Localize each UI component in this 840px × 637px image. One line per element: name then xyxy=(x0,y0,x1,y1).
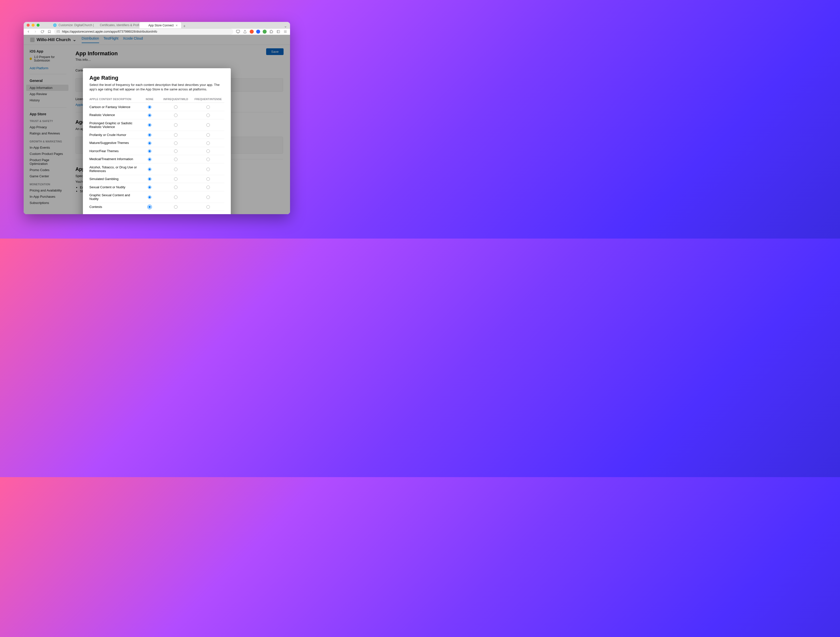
brave-shields-icon[interactable] xyxy=(250,30,254,34)
extension-icon-blue[interactable] xyxy=(256,30,260,34)
radio-none[interactable] xyxy=(140,147,159,155)
tab-customize[interactable]: 🌐 Customize: DigitalChurch | Digital… xyxy=(49,22,94,28)
radio-icon[interactable] xyxy=(206,141,210,145)
extensions-icon[interactable] xyxy=(269,29,274,34)
radio-none[interactable] xyxy=(140,119,159,131)
radio-icon[interactable] xyxy=(174,141,177,145)
radio-icon[interactable] xyxy=(206,123,210,127)
radio-icon[interactable] xyxy=(206,158,210,161)
close-tab-icon[interactable]: × xyxy=(175,24,177,27)
radio-icon[interactable] xyxy=(206,185,210,189)
radio-icon[interactable] xyxy=(174,105,177,109)
radio-icon[interactable] xyxy=(174,114,177,117)
maximize-window-button[interactable] xyxy=(36,24,39,27)
radio-frequent[interactable] xyxy=(192,163,224,175)
radio-icon[interactable] xyxy=(148,114,152,117)
radio-frequent[interactable] xyxy=(192,103,224,111)
radio-frequent[interactable] xyxy=(192,131,224,139)
radio-frequent[interactable] xyxy=(192,203,224,211)
radio-none[interactable] xyxy=(140,203,159,211)
radio-icon[interactable] xyxy=(148,205,152,209)
radio-icon[interactable] xyxy=(206,177,210,181)
radio-icon[interactable] xyxy=(148,177,152,181)
radio-frequent[interactable] xyxy=(192,183,224,191)
tab-certificates[interactable]: Certificates, Identifiers & Profiles xyxy=(94,22,139,28)
radio-infrequent[interactable] xyxy=(159,175,192,183)
radio-none[interactable] xyxy=(140,111,159,119)
radio-none[interactable] xyxy=(140,139,159,147)
radio-icon[interactable] xyxy=(148,168,152,171)
radio-frequent[interactable] xyxy=(192,191,224,203)
radio-icon[interactable] xyxy=(148,141,152,145)
radio-frequent[interactable] xyxy=(192,147,224,155)
radio-none[interactable] xyxy=(140,191,159,203)
radio-icon[interactable] xyxy=(206,133,210,137)
radio-icon[interactable] xyxy=(206,114,210,117)
rating-row: Contests xyxy=(89,203,224,211)
radio-none[interactable] xyxy=(140,155,159,163)
new-tab-button[interactable]: + xyxy=(182,24,188,28)
tab-overflow-icon[interactable]: ⌄ xyxy=(284,24,287,28)
radio-icon[interactable] xyxy=(148,133,152,137)
radio-none[interactable] xyxy=(140,131,159,139)
radio-frequent[interactable] xyxy=(192,111,224,119)
radio-icon[interactable] xyxy=(206,196,210,199)
radio-icon[interactable] xyxy=(206,105,210,109)
reload-button[interactable] xyxy=(40,29,44,34)
bookmark-button[interactable] xyxy=(47,29,52,34)
radio-infrequent[interactable] xyxy=(159,111,192,119)
url-bar[interactable]: https://appstoreconnect.apple.com/apps/6… xyxy=(54,28,233,35)
radio-icon[interactable] xyxy=(148,185,152,189)
age-rating-modal: Age Rating Select the level of frequency… xyxy=(83,68,231,214)
radio-icon[interactable] xyxy=(206,205,210,209)
radio-infrequent[interactable] xyxy=(159,191,192,203)
radio-icon[interactable] xyxy=(174,185,177,189)
radio-infrequent[interactable] xyxy=(159,103,192,111)
radio-none[interactable] xyxy=(140,183,159,191)
radio-frequent[interactable] xyxy=(192,139,224,147)
radio-icon[interactable] xyxy=(174,123,177,127)
radio-icon[interactable] xyxy=(206,168,210,171)
toolbar-extensions xyxy=(236,29,287,34)
radio-infrequent[interactable] xyxy=(159,119,192,131)
share-icon[interactable] xyxy=(243,29,247,34)
back-button[interactable] xyxy=(26,29,31,34)
close-window-button[interactable] xyxy=(27,24,30,27)
radio-infrequent[interactable] xyxy=(159,163,192,175)
radio-icon[interactable] xyxy=(174,168,177,171)
radio-frequent[interactable] xyxy=(192,175,224,183)
radio-icon[interactable] xyxy=(174,177,177,181)
hamburger-menu-icon[interactable] xyxy=(283,29,287,34)
radio-icon[interactable] xyxy=(148,196,152,199)
radio-infrequent[interactable] xyxy=(159,183,192,191)
radio-icon[interactable] xyxy=(174,133,177,137)
radio-infrequent[interactable] xyxy=(159,155,192,163)
col-infrequent: INFREQUENT/MILD xyxy=(159,96,192,103)
radio-infrequent[interactable] xyxy=(159,147,192,155)
radio-infrequent[interactable] xyxy=(159,131,192,139)
radio-none[interactable] xyxy=(140,103,159,111)
radio-icon[interactable] xyxy=(148,158,152,161)
radio-icon[interactable] xyxy=(206,149,210,153)
radio-icon[interactable] xyxy=(148,105,152,109)
radio-icon[interactable] xyxy=(148,123,152,127)
site-settings-icon[interactable] xyxy=(57,30,60,34)
radio-infrequent[interactable] xyxy=(159,139,192,147)
radio-icon[interactable] xyxy=(174,196,177,199)
radio-frequent[interactable] xyxy=(192,155,224,163)
forward-button[interactable] xyxy=(33,29,38,34)
radio-icon[interactable] xyxy=(174,158,177,161)
radio-frequent[interactable] xyxy=(192,119,224,131)
cast-icon[interactable] xyxy=(236,29,240,34)
extension-icon-green[interactable] xyxy=(263,30,267,34)
radio-icon[interactable] xyxy=(148,149,152,153)
radio-infrequent[interactable] xyxy=(159,203,192,211)
radio-none[interactable] xyxy=(140,163,159,175)
radio-none[interactable] xyxy=(140,175,159,183)
tab-label: Customize: DigitalChurch | Digital… xyxy=(58,24,94,27)
tab-app-store-connect[interactable]: App Store Connect × xyxy=(139,22,182,28)
sidebar-toggle-icon[interactable] xyxy=(276,29,281,34)
radio-icon[interactable] xyxy=(174,149,177,153)
minimize-window-button[interactable] xyxy=(32,24,35,27)
radio-icon[interactable] xyxy=(174,205,177,209)
